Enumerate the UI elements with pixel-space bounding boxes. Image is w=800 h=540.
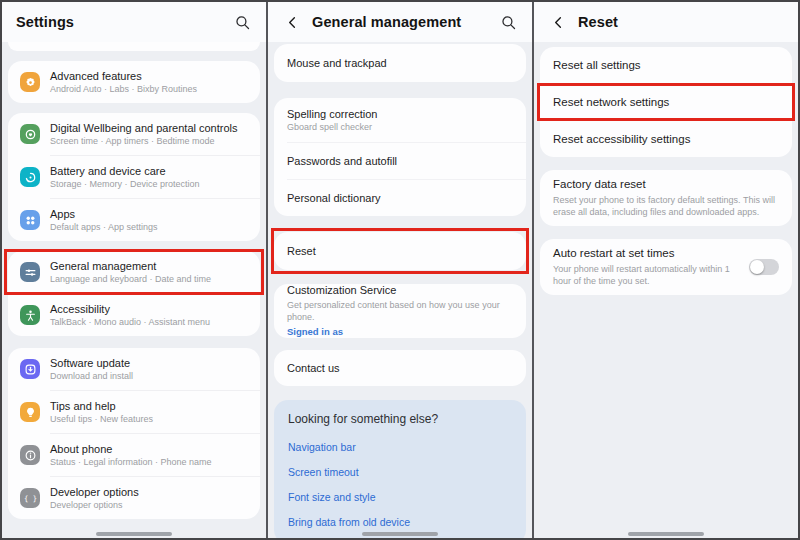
link-screen-timeout[interactable]: Screen timeout xyxy=(288,459,512,484)
item-title: Accessibility xyxy=(50,303,250,315)
link-bring-data-old-device[interactable]: Bring data from old device xyxy=(288,509,512,534)
item-subtitle: Useful tips · New features xyxy=(50,414,250,424)
item-reset-network-settings[interactable]: Reset network settings xyxy=(540,84,792,120)
settings-header: Settings xyxy=(2,2,266,42)
item-reset[interactable]: Reset xyxy=(274,232,526,270)
card-advanced: Advanced featuresAndroid Auto · Labs · B… xyxy=(8,61,260,103)
reset-header: Reset xyxy=(534,2,798,42)
card-contact: Contact us xyxy=(274,350,526,386)
accessibility-person-icon xyxy=(20,305,40,325)
page-title: Reset xyxy=(578,14,618,30)
item-title: Factory data reset xyxy=(553,178,779,191)
search-icon[interactable] xyxy=(232,12,252,32)
item-title: Reset accessibility settings xyxy=(553,133,779,145)
item-title: Passwords and autofill xyxy=(287,155,513,167)
toggle-knob xyxy=(750,260,764,274)
item-title: Customization Service xyxy=(287,284,513,296)
download-icon xyxy=(20,359,40,379)
link-navigation-bar[interactable]: Navigation bar xyxy=(288,434,512,459)
item-title: Developer options xyxy=(50,486,250,498)
general-management-header: General management xyxy=(268,2,532,42)
wellbeing-icon xyxy=(20,124,40,144)
reset-panel: Reset Reset all settings Reset network s… xyxy=(532,2,798,538)
item-title: Mouse and trackpad xyxy=(287,57,513,69)
item-contact-us[interactable]: Contact us xyxy=(274,350,526,386)
item-subtitle: Download and install xyxy=(50,371,250,381)
back-icon[interactable] xyxy=(548,12,568,32)
suggestions-card: Looking for something else? Navigation b… xyxy=(274,400,526,538)
signed-in-link[interactable]: Signed in as xyxy=(287,326,513,338)
general-management-panel: General management Mouse and trackpad Sp… xyxy=(266,2,532,538)
settings-panel: Settings Advanced featuresAndroid Auto ·… xyxy=(2,2,266,538)
item-subtitle: Gboard spell checker xyxy=(287,122,513,132)
apps-grid-icon xyxy=(20,210,40,230)
settings-item-advanced-features[interactable]: Advanced featuresAndroid Auto · Labs · B… xyxy=(8,61,260,103)
item-personal-dictionary[interactable]: Personal dictionary xyxy=(274,180,526,216)
card-customization: Customization Service Get personalized c… xyxy=(274,284,526,338)
item-title: Personal dictionary xyxy=(287,192,513,204)
settings-item-tips-help[interactable]: Tips and helpUseful tips · New features xyxy=(8,391,260,433)
item-subtitle: Status · Legal information · Phone name xyxy=(50,457,250,467)
braces-icon: { } xyxy=(20,488,40,508)
card-reset: Reset xyxy=(274,232,526,270)
card-software-group: Software updateDownload and install Tips… xyxy=(8,348,260,519)
card-wellbeing-group: Digital Wellbeing and parental controlsS… xyxy=(8,113,260,241)
item-title: Contact us xyxy=(287,362,513,374)
settings-item-general-management[interactable]: General managementLanguage and keyboard … xyxy=(8,251,260,293)
item-title: Reset network settings xyxy=(553,96,779,108)
item-subtitle: TalkBack · Mono audio · Assistant menu xyxy=(50,317,250,327)
item-reset-all-settings[interactable]: Reset all settings xyxy=(540,47,792,83)
item-title: Reset all settings xyxy=(553,59,779,71)
page-title: Settings xyxy=(16,14,74,30)
item-description: Your phone will restart automatically wi… xyxy=(553,263,735,287)
item-passwords-autofill[interactable]: Passwords and autofill xyxy=(274,143,526,179)
item-title: About phone xyxy=(50,443,250,455)
item-title: Digital Wellbeing and parental controls xyxy=(50,122,250,134)
sliders-icon xyxy=(20,262,40,282)
card-factory-reset: Factory data reset Reset your phone to i… xyxy=(540,170,792,226)
item-auto-restart[interactable]: Auto restart at set times Your phone wil… xyxy=(540,239,792,295)
item-title: Apps xyxy=(50,208,250,220)
item-subtitle: Android Auto · Labs · Bixby Routines xyxy=(50,84,250,94)
gesture-handle[interactable] xyxy=(96,532,172,536)
gesture-handle[interactable] xyxy=(362,532,438,536)
item-description: Get personalized content based on how yo… xyxy=(287,299,513,323)
item-mouse-trackpad[interactable]: Mouse and trackpad xyxy=(274,44,526,82)
screenshot-frame: Settings Advanced featuresAndroid Auto ·… xyxy=(0,0,800,540)
auto-restart-toggle[interactable] xyxy=(749,259,779,275)
search-icon[interactable] xyxy=(498,12,518,32)
item-subtitle: Screen time · App timers · Bedtime mode xyxy=(50,136,250,146)
item-title: Reset xyxy=(287,245,513,257)
item-reset-accessibility-settings[interactable]: Reset accessibility settings xyxy=(540,121,792,157)
settings-item-software-update[interactable]: Software updateDownload and install xyxy=(8,348,260,390)
item-subtitle: Storage · Memory · Device protection xyxy=(50,179,250,189)
link-font-size-style[interactable]: Font size and style xyxy=(288,484,512,509)
item-factory-data-reset[interactable]: Factory data reset Reset your phone to i… xyxy=(540,170,792,226)
card-reset-options: Reset all settings Reset network setting… xyxy=(540,47,792,157)
gesture-handle[interactable] xyxy=(628,532,704,536)
item-title: Tips and help xyxy=(50,400,250,412)
settings-item-accessibility[interactable]: AccessibilityTalkBack · Mono audio · Ass… xyxy=(8,294,260,336)
settings-item-digital-wellbeing[interactable]: Digital Wellbeing and parental controlsS… xyxy=(8,113,260,155)
item-subtitle: Language and keyboard · Date and time xyxy=(50,274,250,284)
item-spelling-correction[interactable]: Spelling correction Gboard spell checker xyxy=(274,98,526,142)
item-title: Advanced features xyxy=(50,70,250,82)
scrolled-card-remnant xyxy=(8,42,260,51)
settings-item-developer-options[interactable]: { } Developer optionsDeveloper options xyxy=(8,477,260,519)
settings-item-apps[interactable]: AppsDefault apps · App settings xyxy=(8,199,260,241)
item-title: Spelling correction xyxy=(287,108,513,120)
item-customization-service[interactable]: Customization Service Get personalized c… xyxy=(274,284,526,338)
svg-text:{ }: { } xyxy=(24,494,37,503)
page-title: General management xyxy=(312,14,461,30)
lightbulb-icon xyxy=(20,402,40,422)
item-title: Software update xyxy=(50,357,250,369)
item-title: Battery and device care xyxy=(50,165,250,177)
settings-item-battery-device-care[interactable]: Battery and device careStorage · Memory … xyxy=(8,156,260,198)
item-subtitle: Developer options xyxy=(50,500,250,510)
card-general-group: General managementLanguage and keyboard … xyxy=(8,251,260,336)
device-care-icon xyxy=(20,167,40,187)
settings-item-about-phone[interactable]: About phoneStatus · Legal information · … xyxy=(8,434,260,476)
gear-icon xyxy=(20,72,40,92)
back-icon[interactable] xyxy=(282,12,302,32)
card-mouse: Mouse and trackpad xyxy=(274,44,526,82)
